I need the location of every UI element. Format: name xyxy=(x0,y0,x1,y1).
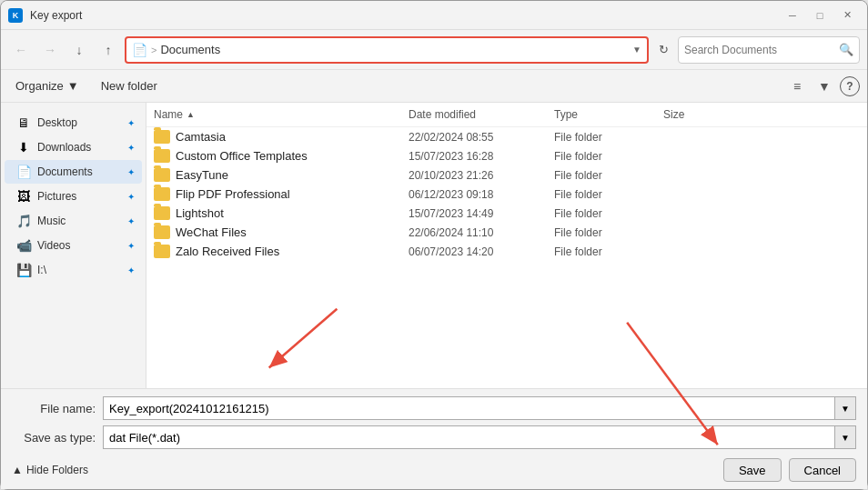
cancel-button[interactable]: Cancel xyxy=(789,458,856,482)
new-folder-label: New folder xyxy=(101,79,157,93)
forward-icon: → xyxy=(44,43,56,57)
save-as-dropdown-btn[interactable]: ▼ xyxy=(834,425,856,449)
view-icon: ≡ xyxy=(793,79,801,94)
key-export-dialog: K Key export ─ □ ✕ ← → ↓ ↑ 📄 > Documents… xyxy=(0,0,868,490)
file-date-cell: 06/12/2023 09:18 xyxy=(409,188,554,201)
col-header-name[interactable]: Name ▲ xyxy=(154,108,409,121)
organize-button[interactable]: Organize ▼ xyxy=(8,75,86,98)
file-name-text: Custom Office Templates xyxy=(176,149,308,163)
help-button[interactable]: ? xyxy=(840,76,860,96)
file-type-cell: File folder xyxy=(554,188,663,201)
search-icon: 🔍 xyxy=(839,43,853,56)
toolbar: Organize ▼ New folder ≡ ▼ ? xyxy=(1,70,867,103)
file-name-cell: EasyTune xyxy=(154,168,409,182)
file-name-cell: Flip PDF Professional xyxy=(154,187,409,201)
dialog-icon: K xyxy=(8,8,23,23)
col-header-date[interactable]: Date modified xyxy=(409,108,554,121)
table-row[interactable]: Flip PDF Professional 06/12/2023 09:18 F… xyxy=(146,185,867,204)
main-area: 🖥 Desktop ✦ ⬇ Downloads ✦ 📄 Documents ✦ … xyxy=(1,103,867,388)
file-name-input[interactable] xyxy=(103,396,834,420)
file-name-dropdown-btn[interactable]: ▼ xyxy=(834,396,856,420)
action-bar: ▲ Hide Folders Save Cancel xyxy=(12,455,856,482)
folder-icon xyxy=(154,187,170,201)
back-button[interactable]: ← xyxy=(8,37,34,63)
sidebar-item-drive-i[interactable]: 💾 I:\ ✦ xyxy=(5,258,142,282)
drive-icon: 💾 xyxy=(15,262,32,278)
table-row[interactable]: WeChat Files 22/06/2024 11:10 File folde… xyxy=(146,223,867,242)
table-row[interactable]: Lightshot 15/07/2023 14:49 File folder xyxy=(146,204,867,223)
sidebar-item-music[interactable]: 🎵 Music ✦ xyxy=(5,209,142,233)
up-button[interactable]: ↑ xyxy=(96,37,121,63)
hide-folders-button[interactable]: ▲ Hide Folders xyxy=(12,464,88,476)
music-icon: 🎵 xyxy=(15,213,32,229)
file-name-input-wrap: ▼ xyxy=(103,396,856,420)
search-input[interactable] xyxy=(684,44,835,56)
save-button[interactable]: Save xyxy=(723,458,782,482)
file-rows-container: Camtasia 22/02/2024 08:55 File folder Cu… xyxy=(146,127,867,261)
sidebar-item-videos[interactable]: 📹 Videos ✦ xyxy=(5,234,142,257)
table-row[interactable]: Camtasia 22/02/2024 08:55 File folder xyxy=(146,127,867,146)
file-name-cell: WeChat Files xyxy=(154,225,409,239)
address-dropdown-icon[interactable]: ▼ xyxy=(632,45,641,55)
sort-arrow-icon: ▲ xyxy=(187,110,195,119)
table-row[interactable]: Zalo Received Files 06/07/2023 14:20 Fil… xyxy=(146,242,867,261)
file-type-cell: File folder xyxy=(554,207,663,220)
sidebar-label-desktop: Desktop xyxy=(37,116,122,129)
organize-label: Organize xyxy=(15,79,64,93)
file-name-row: File name: ▼ xyxy=(12,396,856,420)
sidebar-label-music: Music xyxy=(37,215,122,227)
sidebar-label-documents: Documents xyxy=(37,165,122,178)
address-file-icon: 📄 xyxy=(132,43,147,57)
address-bar[interactable]: 📄 > Documents ▼ xyxy=(125,36,649,64)
col-header-type[interactable]: Type xyxy=(554,108,663,121)
save-as-select[interactable]: dat File(*.dat) xyxy=(103,425,834,449)
table-row[interactable]: Custom Office Templates 15/07/2023 16:28… xyxy=(146,146,867,165)
sidebar-label-videos: Videos xyxy=(37,239,122,252)
file-name-text: WeChat Files xyxy=(176,225,247,239)
pin-icon-videos: ✦ xyxy=(127,241,135,251)
minimize-button[interactable]: ─ xyxy=(780,6,805,25)
maximize-button[interactable]: □ xyxy=(807,6,833,25)
file-list-area[interactable]: Name ▲ Date modified Type Size Camtasia xyxy=(146,103,867,388)
file-name-label: File name: xyxy=(12,402,103,415)
sidebar-item-downloads[interactable]: ⬇ Downloads ✦ xyxy=(5,135,142,159)
hide-folders-label: Hide Folders xyxy=(26,464,88,476)
folder-icon xyxy=(154,206,170,220)
close-button[interactable]: ✕ xyxy=(834,6,860,25)
sidebar-item-desktop[interactable]: 🖥 Desktop ✦ xyxy=(5,111,142,135)
view-dropdown-button[interactable]: ▼ xyxy=(812,75,836,98)
pin-icon-music: ✦ xyxy=(127,216,135,226)
file-type-cell: File folder xyxy=(554,131,663,144)
folder-icon xyxy=(154,168,170,182)
folder-icon xyxy=(154,149,170,163)
refresh-button[interactable]: ↻ xyxy=(652,39,674,61)
folder-icon xyxy=(154,225,170,239)
view-button[interactable]: ≡ xyxy=(785,75,809,98)
save-as-label: Save as type: xyxy=(12,431,103,445)
organize-arrow-icon: ▼ xyxy=(67,79,79,93)
file-name-text: Flip PDF Professional xyxy=(176,187,290,201)
down-button[interactable]: ↓ xyxy=(66,37,92,63)
sidebar-item-pictures[interactable]: 🖼 Pictures ✦ xyxy=(5,185,142,208)
save-as-input-wrap: dat File(*.dat) ▼ xyxy=(103,425,856,449)
bottom-area: File name: ▼ Save as type: dat File(*.da… xyxy=(1,388,867,489)
file-name-cell: Camtasia xyxy=(154,130,409,144)
new-folder-button[interactable]: New folder xyxy=(94,75,165,98)
file-list-header: Name ▲ Date modified Type Size xyxy=(146,103,867,127)
view-dropdown-icon: ▼ xyxy=(818,79,831,94)
sidebar: 🖥 Desktop ✦ ⬇ Downloads ✦ 📄 Documents ✦ … xyxy=(1,103,146,388)
col-header-size[interactable]: Size xyxy=(663,108,736,121)
forward-button[interactable]: → xyxy=(37,37,63,63)
sidebar-item-documents[interactable]: 📄 Documents ✦ xyxy=(5,160,142,184)
toolbar-right: ≡ ▼ ? xyxy=(785,75,860,98)
file-date-cell: 15/07/2023 16:28 xyxy=(409,150,554,163)
refresh-icon: ↻ xyxy=(659,43,669,56)
file-name-text: Camtasia xyxy=(176,130,226,144)
folder-icon xyxy=(154,245,170,258)
search-box[interactable]: 🔍 xyxy=(678,36,860,64)
pin-icon-pictures: ✦ xyxy=(127,192,135,202)
pictures-icon: 🖼 xyxy=(15,188,32,205)
table-row[interactable]: EasyTune 20/10/2023 21:26 File folder xyxy=(146,165,867,185)
nav-bar: ← → ↓ ↑ 📄 > Documents ▼ ↻ 🔍 xyxy=(1,30,867,70)
file-type-cell: File folder xyxy=(554,150,663,163)
